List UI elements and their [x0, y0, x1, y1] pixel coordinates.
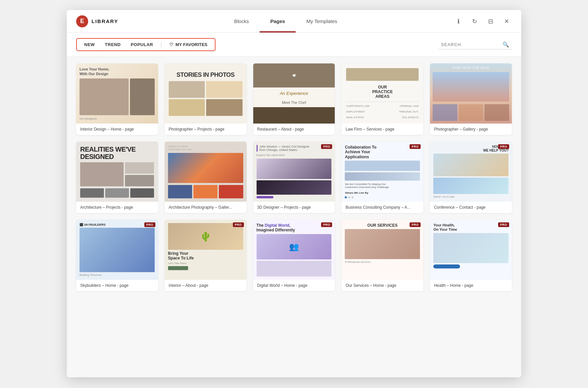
- card-interior-about[interactable]: PRO 🌵 Bring YourSpace To Life Let's Talk…: [165, 220, 247, 291]
- card-thumb-15: PRO Your Health,On Your Time: [430, 220, 512, 280]
- card-architecture-projects[interactable]: REALITIES WE'VE DESIGNED Archit: [76, 142, 158, 213]
- library-modal: E LIBRARY Blocks Pages My Templates ℹ ↻ …: [67, 10, 521, 377]
- card-label-9: Business Consulting Company – A...: [341, 202, 423, 213]
- card-thumb-11: PRO ⬛ SKYBUILDERS Building Tomorrow: [76, 220, 158, 280]
- card-label-13: Digital World – Home - page: [253, 280, 335, 291]
- card-label-5: Photographer – Gallery - page: [430, 124, 512, 135]
- pro-badge-13: PRO: [321, 222, 332, 227]
- close-button[interactable]: ✕: [501, 16, 512, 27]
- tab-blocks[interactable]: Blocks: [224, 11, 260, 32]
- card-photographer-gallery[interactable]: STEP INTO THE WILD Photographer – Galler…: [430, 63, 512, 135]
- filter-divider: [161, 42, 161, 48]
- pro-badge-14: PRO: [410, 222, 421, 227]
- info-button[interactable]: ℹ: [453, 16, 464, 27]
- card-photographer-projects[interactable]: STORIES IN PHOTOS Photographer – Project…: [165, 63, 247, 135]
- pro-badge-11: PRO: [144, 222, 155, 227]
- filter-bar: NEW TREND POPULAR ♡ MY FAVORITES 🔍: [67, 33, 521, 57]
- card-label-12: Interior – About - page: [165, 280, 247, 291]
- filter-buttons-group: NEW TREND POPULAR ♡ MY FAVORITES: [76, 38, 215, 51]
- search-input[interactable]: [441, 42, 500, 47]
- card-thumb-9: PRO Collaboration ToAchieve YourApplicat…: [341, 142, 423, 202]
- card-thumb-14: PRO OUR SERVICES Professional Services: [341, 220, 423, 280]
- card-label-8: 3D Designer – Projects - page: [253, 202, 335, 213]
- card-thumb-8: PRO John Mcwinn — Senior CGI Designerfro…: [253, 142, 335, 202]
- templates-grid: Love Your Home,With Our Design Our Desig…: [76, 63, 512, 291]
- card-label-3: Restaurant – About - page: [253, 124, 335, 135]
- card-interior-design[interactable]: Love Your Home,With Our Design Our Desig…: [76, 63, 158, 135]
- pro-badge-8: PRO: [321, 144, 332, 149]
- card-digital-world[interactable]: PRO The Digital World,Imagined Different…: [253, 220, 335, 291]
- card-label-4: Law Firm – Services - page: [341, 124, 423, 135]
- pro-badge-15: PRO: [498, 222, 509, 227]
- heart-icon: ♡: [169, 42, 173, 47]
- card-label-14: Our Services – Home - page: [341, 280, 423, 291]
- card-thumb-7: Shapes & ColorsThat Make You Feel: [165, 142, 247, 202]
- card-thumb-6: REALITIES WE'VE DESIGNED: [76, 142, 158, 202]
- card-3d-designer[interactable]: PRO John Mcwinn — Senior CGI Designerfro…: [253, 142, 335, 213]
- modal-header: E LIBRARY Blocks Pages My Templates ℹ ↻ …: [67, 10, 521, 33]
- card-label-10: Conference – Contact - page: [430, 202, 512, 213]
- card-thumb-13: PRO The Digital World,Imagined Different…: [253, 220, 335, 280]
- filter-popular[interactable]: POPULAR: [127, 41, 157, 48]
- library-title: LIBRARY: [92, 18, 118, 24]
- save-button[interactable]: ⊟: [485, 16, 496, 27]
- card-label-7: Architecture Photography – Galler...: [165, 202, 247, 213]
- card-thumb-12: PRO 🌵 Bring YourSpace To Life Let's Talk…: [165, 220, 247, 280]
- pro-badge-10: PRO: [498, 144, 509, 149]
- card-thumb-3: 🍽️ An Experience Meet The Chef: [253, 63, 335, 124]
- favorites-label: MY FAVORITES: [175, 42, 207, 47]
- elementor-logo-icon: E: [76, 15, 88, 27]
- search-icon[interactable]: 🔍: [502, 41, 509, 48]
- card-label-6: Architecture – Projects - page: [76, 202, 158, 213]
- search-area[interactable]: 🔍: [438, 40, 512, 49]
- logo-area: E LIBRARY: [76, 15, 118, 27]
- tab-pages[interactable]: Pages: [260, 11, 296, 32]
- card-our-services[interactable]: PRO OUR SERVICES Professional Services O…: [341, 220, 423, 291]
- card-thumb-1: Love Your Home,With Our Design Our Desig…: [76, 63, 158, 124]
- card-thumb-10: PRO HOW CANWE HELP YOU? DROP US A LINE: [430, 142, 512, 202]
- card-skybuilders[interactable]: PRO ⬛ SKYBUILDERS Building Tomorrow Skyb…: [76, 220, 158, 291]
- refresh-button[interactable]: ↻: [469, 16, 480, 27]
- filter-new[interactable]: NEW: [80, 41, 99, 48]
- card-label-11: Skybuilders – Home - page: [76, 280, 158, 291]
- card-health[interactable]: PRO Your Health,On Your Time Health – Ho…: [430, 220, 512, 291]
- filter-trend[interactable]: TREND: [101, 41, 125, 48]
- pro-badge-12: PRO: [233, 222, 244, 227]
- card-restaurant-about[interactable]: 🍽️ An Experience Meet The Chef Restauran…: [253, 63, 335, 135]
- card-label-1: Interior Design – Home - page: [76, 124, 158, 135]
- card-thumb-5: STEP INTO THE WILD: [430, 63, 512, 124]
- card-label-15: Health – Home - page: [430, 280, 512, 291]
- card-thumb-4: OURPRACTICEAREAS CORPORATE LAWCRIMINAL L…: [341, 63, 423, 124]
- card-arch-photo-gallery[interactable]: Shapes & ColorsThat Make You Feel Archit…: [165, 142, 247, 213]
- pro-badge-9: PRO: [410, 144, 421, 149]
- card-conference-contact[interactable]: PRO HOW CANWE HELP YOU? DROP US A LINE C…: [430, 142, 512, 213]
- main-nav: Blocks Pages My Templates: [118, 11, 453, 32]
- card-label-2: Photographer – Projects - page: [165, 124, 247, 135]
- card-lawfirm-services[interactable]: OURPRACTICEAREAS CORPORATE LAWCRIMINAL L…: [341, 63, 423, 135]
- card-thumb-2: STORIES IN PHOTOS: [165, 63, 247, 124]
- header-actions: ℹ ↻ ⊟ ✕: [453, 16, 512, 27]
- card-business-consulting[interactable]: PRO Collaboration ToAchieve YourApplicat…: [341, 142, 423, 213]
- filter-favorites[interactable]: ♡ MY FAVORITES: [165, 41, 211, 48]
- grid-area: Love Your Home,With Our Design Our Desig…: [67, 57, 521, 377]
- tab-my-templates[interactable]: My Templates: [296, 11, 348, 32]
